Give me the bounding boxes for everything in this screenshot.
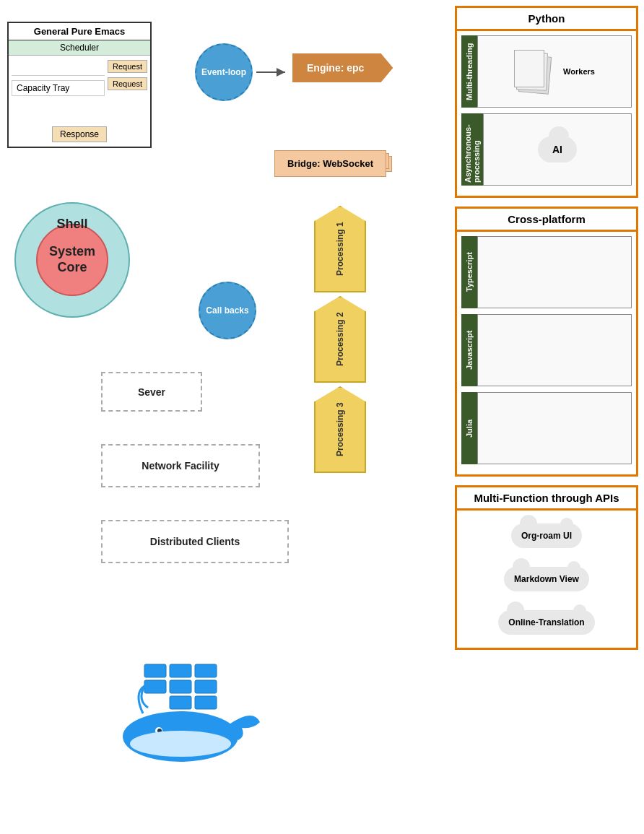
system-core-label: System Core — [49, 244, 95, 275]
p3-label: Processing 3 — [314, 386, 366, 473]
network-facility-box: Network Facility — [101, 444, 260, 487]
capacity-tray: Capacity Tray — [12, 80, 105, 96]
engine-label: Engine: epc — [292, 53, 393, 82]
python-section: Python Multi-threading Workers Asynchron… — [455, 6, 638, 198]
svg-rect-7 — [170, 696, 191, 709]
event-loop-circle: Event-loop — [195, 43, 253, 101]
request-button-2[interactable]: Request — [108, 77, 147, 90]
org-roam-cloud: Org-roam UI — [511, 524, 582, 548]
javascript-content — [477, 314, 632, 386]
julia-label: Julia — [461, 392, 477, 464]
async-row: Asynchronous-processing AI — [461, 113, 632, 186]
workers-label: Workers — [563, 67, 595, 76]
shell-label: Shell — [56, 217, 87, 232]
crossplatform-content: Typescript Javascript Julia — [457, 232, 636, 474]
p1-label: Processing 1 — [314, 206, 366, 292]
ai-label: AI — [538, 136, 577, 162]
svg-rect-8 — [195, 696, 217, 709]
workers-icon — [514, 50, 557, 93]
multifunction-title: Multi-Function through APIs — [457, 487, 636, 511]
docker-section — [87, 650, 267, 758]
crossplatform-section: Cross-platform Typescript Javascript Jul… — [455, 207, 638, 477]
online-translation-cloud: Online-Translation — [498, 610, 594, 635]
system-core-circle: System Core — [36, 224, 108, 296]
multithreading-row: Multi-threading Workers — [461, 35, 632, 108]
processing-3: Processing 3 — [314, 386, 366, 473]
processing-1: Processing 1 — [314, 206, 366, 292]
processing-container: Processing 1 Processing 2 Processing 3 — [314, 206, 366, 473]
async-label: Asynchronous-processing — [461, 113, 483, 186]
callbacks-circle: Call backs — [199, 282, 256, 339]
julia-content — [477, 392, 632, 464]
crossplatform-title: Cross-platform — [457, 209, 636, 232]
async-content: AI — [483, 113, 632, 186]
bridge-container: Bridge: WebSocket — [274, 150, 393, 204]
svg-rect-2 — [170, 664, 191, 677]
distributed-clients-box: Distributed Clients — [101, 520, 289, 563]
emacs-box: General Pure Emacs Scheduler Capacity Tr… — [7, 22, 152, 148]
svg-rect-6 — [195, 680, 217, 693]
typescript-content — [477, 236, 632, 308]
julia-row: Julia — [461, 392, 632, 464]
multithreading-label: Multi-threading — [461, 35, 477, 108]
svg-rect-4 — [144, 680, 166, 693]
javascript-label: Javascript — [461, 314, 477, 386]
server-box: Sever — [101, 372, 202, 412]
markdown-label: Markdown View — [504, 567, 589, 591]
response-button[interactable]: Response — [52, 126, 107, 142]
shell-system-container: Shell System Core — [14, 202, 130, 318]
multifunction-section: Multi-Function through APIs Org-roam UI … — [455, 485, 638, 650]
emacs-left-col: Capacity Tray — [9, 58, 108, 97]
scheduler-row: Scheduler — [9, 40, 150, 56]
python-content: Multi-threading Workers Asynchronous-pro… — [457, 31, 636, 196]
event-loop-label: Event-loop — [201, 67, 246, 77]
bridge-layer-front: Bridge: WebSocket — [274, 150, 386, 177]
ai-cloud: AI — [538, 136, 577, 162]
engine-container: Engine: epc — [292, 53, 393, 82]
multifunction-content: Org-roam UI Markdown View Online-Transla… — [457, 511, 636, 648]
callbacks-label: Call backs — [206, 305, 248, 316]
shell-outer-circle: Shell System Core — [14, 202, 130, 318]
python-title: Python — [457, 8, 636, 31]
svg-rect-5 — [170, 680, 191, 693]
markdown-cloud: Markdown View — [504, 567, 589, 591]
multithreading-content: Workers — [477, 35, 632, 108]
typescript-row: Typescript — [461, 236, 632, 308]
docker-whale-svg — [87, 650, 267, 765]
left-panel: General Pure Emacs Scheduler Capacity Tr… — [0, 0, 448, 834]
svg-rect-3 — [195, 664, 217, 677]
emacs-right-col: Request Request — [108, 58, 150, 97]
javascript-row: Javascript — [461, 314, 632, 386]
svg-rect-1 — [144, 664, 166, 677]
arrow-event-engine — [256, 65, 292, 79]
emacs-inner: Capacity Tray Request Request — [9, 56, 150, 100]
svg-point-12 — [130, 731, 231, 757]
p2-label: Processing 2 — [314, 296, 366, 383]
online-translation-label: Online-Translation — [498, 610, 594, 635]
typescript-label: Typescript — [461, 236, 477, 308]
processing-2: Processing 2 — [314, 296, 366, 383]
emacs-title: General Pure Emacs — [9, 23, 150, 40]
right-panel: Python Multi-threading Workers Asynchron… — [449, 0, 644, 834]
org-roam-label: Org-roam UI — [511, 524, 582, 548]
request-button-1[interactable]: Request — [108, 60, 147, 73]
